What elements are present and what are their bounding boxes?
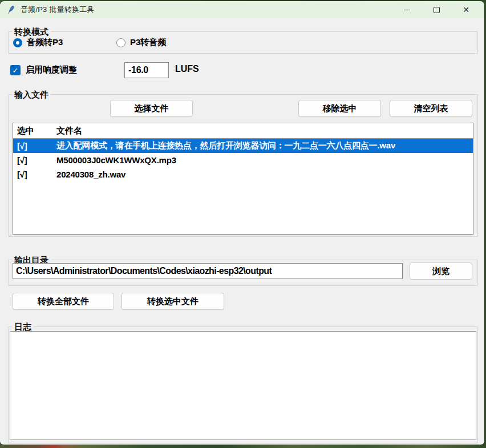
window-body: 转换模式 音频转P3 P3转音频 ✓ 启用响度调整 LUFS 输入文件 (0, 18, 484, 445)
row-checked-cell: [√] (13, 169, 54, 179)
file-table-header: 选中 文件名 (13, 123, 473, 139)
column-header-checked[interactable]: 选中 (13, 123, 54, 138)
log-groupbox: 日志 (8, 326, 478, 443)
app-window: 音频/P3 批量转换工具 ✕ 转换模式 音频转P3 P3转音频 (0, 1, 484, 445)
radio-p3-to-audio[interactable]: P3转音频 (116, 37, 166, 48)
table-row[interactable]: [√] 20240308_zh.wav (13, 167, 473, 181)
maximize-button[interactable] (422, 1, 451, 18)
maximize-icon (434, 7, 440, 13)
radio-audio-to-p3[interactable]: 音频转P3 (13, 37, 63, 48)
loudness-row: ✓ 启用响度调整 LUFS (0, 62, 484, 79)
mode-groupbox: 转换模式 音频转P3 P3转音频 (8, 31, 478, 54)
close-button[interactable]: ✕ (451, 1, 481, 18)
input-files-groupbox: 输入文件 选择文件 移除选中 清空列表 选中 文件名 [√] 进入配网模式，请在… (8, 94, 478, 237)
table-row[interactable]: [√] 进入配网模式，请在手机上连接热点，然后打开浏览器访问：一九二点一六八点四… (13, 139, 473, 153)
input-group-label: 输入文件 (12, 88, 51, 100)
lufs-unit-label: LUFS (175, 64, 199, 74)
app-feather-icon (6, 5, 15, 14)
titlebar[interactable]: 音频/P3 批量转换工具 ✕ (0, 1, 484, 18)
row-checked-cell: [√] (13, 141, 54, 151)
loudness-checkbox[interactable]: ✓ (10, 65, 21, 75)
row-filename-cell: 20240308_zh.wav (54, 169, 473, 179)
row-filename-cell: M500003J0cWK1WWxQX.mp3 (54, 155, 473, 165)
clear-list-button[interactable]: 清空列表 (390, 100, 472, 117)
radio-unselected-icon (116, 38, 125, 47)
row-filename-cell: 进入配网模式，请在手机上连接热点，然后打开浏览器访问：一九二点一六八点四点一.w… (54, 140, 473, 151)
mode-group-label: 转换模式 (12, 26, 51, 38)
desktop-background: 音频/P3 批量转换工具 ✕ 转换模式 音频转P3 P3转音频 (0, 0, 486, 448)
output-dir-groupbox: 输出目录 浏览 (8, 260, 478, 286)
column-header-filename[interactable]: 文件名 (54, 123, 473, 138)
lufs-value-input[interactable] (124, 62, 169, 78)
log-textarea[interactable] (10, 331, 476, 440)
minimize-button[interactable] (392, 1, 422, 18)
radio-label: P3转音频 (130, 37, 166, 48)
radio-selected-icon (13, 38, 22, 47)
close-icon: ✕ (463, 6, 469, 14)
minimize-icon (404, 10, 410, 10)
table-row[interactable]: [√] M500003J0cWK1WWxQX.mp3 (13, 153, 473, 167)
row-checked-cell: [√] (13, 155, 54, 165)
radio-label: 音频转P3 (27, 37, 63, 48)
select-files-button[interactable]: 选择文件 (110, 100, 193, 117)
loudness-checkbox-label: 启用响度调整 (26, 64, 77, 75)
convert-selected-button[interactable]: 转换选中文件 (122, 293, 224, 310)
convert-all-button[interactable]: 转换全部文件 (13, 293, 114, 310)
remove-selected-button[interactable]: 移除选中 (298, 100, 381, 117)
window-controls: ✕ (392, 1, 481, 18)
file-list-table: 选中 文件名 [√] 进入配网模式，请在手机上连接热点，然后打开浏览器访问：一九… (13, 123, 473, 235)
window-title: 音频/P3 批量转换工具 (21, 5, 95, 15)
output-path-input[interactable] (13, 263, 403, 279)
browse-button[interactable]: 浏览 (410, 263, 472, 280)
